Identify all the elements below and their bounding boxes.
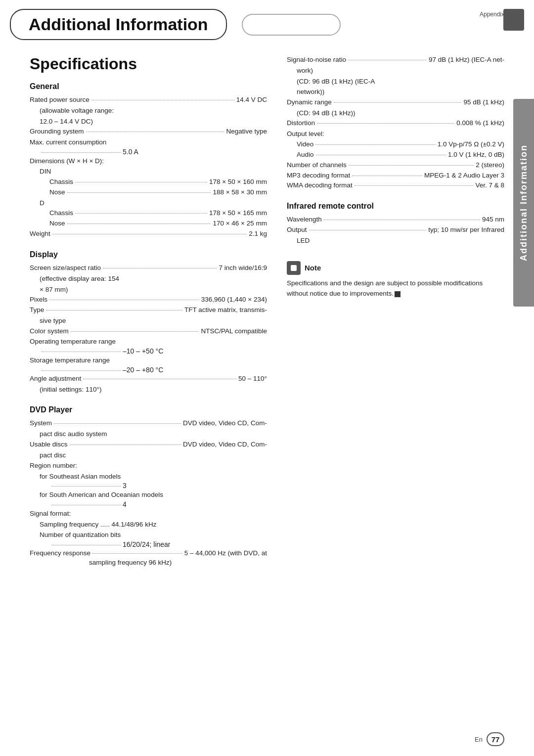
tab-box xyxy=(242,14,341,36)
note-box: Note Specifications and the design are s… xyxy=(287,261,504,299)
infrared-section: Infrared remote control Wavelength 945 n… xyxy=(287,202,504,246)
dark-tab xyxy=(503,9,524,31)
side-tab-text: Additional Information xyxy=(519,144,529,261)
left-column: Specifications General Rated power sourc… xyxy=(30,55,267,577)
note-icon xyxy=(287,261,301,275)
note-text: Specifications and the design are subjec… xyxy=(287,278,504,299)
right-top-section: Signal-to-noise ratio 97 dB (1 kHz) (IEC… xyxy=(287,55,504,191)
note-header: Note xyxy=(287,261,504,275)
footer-page-number: 77 xyxy=(487,732,504,746)
note-label: Note xyxy=(305,262,321,274)
end-mark xyxy=(395,291,400,297)
page-title: Additional Information xyxy=(29,15,208,34)
right-column: Signal-to-noise ratio 97 dB (1 kHz) (IEC… xyxy=(287,55,504,577)
display-title: Display xyxy=(30,250,267,259)
footer-en-label: En xyxy=(475,736,483,743)
side-tab: Additional Information xyxy=(513,99,534,307)
infrared-title: Infrared remote control xyxy=(287,202,504,211)
top-bar: Additional Information Appendix xyxy=(0,0,534,40)
dvd-title: DVD Player xyxy=(30,405,267,414)
appendix-label: Appendix xyxy=(480,11,504,18)
dvd-section: DVD Player System DVD video, Video CD, C… xyxy=(30,405,267,566)
footer: En 77 xyxy=(475,732,504,746)
general-section: General Rated power source 14.4 V DC (al… xyxy=(30,82,267,239)
title-box: Additional Information xyxy=(10,9,227,40)
spec-row: Grounding system Negative type xyxy=(30,127,267,137)
main-content: Specifications General Rated power sourc… xyxy=(0,45,534,597)
spec-row: Rated power source 14.4 V DC xyxy=(30,95,267,105)
general-title: General xyxy=(30,82,267,91)
display-section: Display Screen size/aspect ratio 7 inch … xyxy=(30,250,267,395)
specifications-heading: Specifications xyxy=(30,55,267,73)
spec-row: Weight 2.1 kg xyxy=(30,229,267,239)
